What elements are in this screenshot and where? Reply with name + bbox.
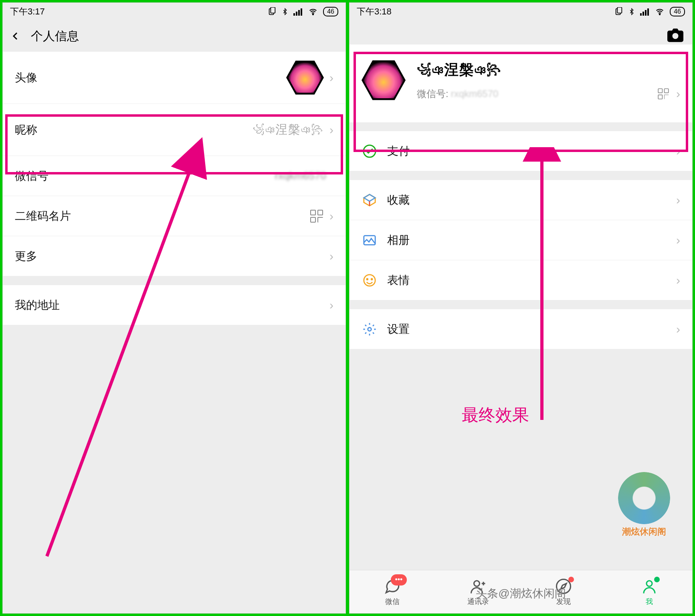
- status-time: 下午3:18: [357, 6, 392, 18]
- row-label: 设置: [387, 322, 410, 337]
- settings-icon: [362, 321, 378, 337]
- row-label: 收藏: [387, 192, 410, 208]
- wechat-id-value: rxqkm6570: [275, 170, 326, 182]
- chevron-right-icon: ›: [676, 193, 680, 207]
- watermark-logo: 潮炫休闲阁: [608, 469, 680, 541]
- credit-text: 头条@潮炫休闲阁: [476, 586, 566, 601]
- svg-rect-2: [293, 13, 295, 16]
- battery-indicator: 46: [670, 7, 685, 16]
- row-qrcode[interactable]: 二维码名片 ›: [3, 196, 345, 236]
- status-bar: 下午3:18 46: [350, 3, 692, 20]
- row-album[interactable]: 相册 ›: [350, 220, 692, 260]
- row-address[interactable]: 我的地址 ›: [3, 285, 345, 325]
- chevron-right-icon: ›: [676, 87, 680, 101]
- svg-point-19: [367, 278, 368, 280]
- unread-badge: •••: [391, 574, 407, 586]
- tab-label: 我: [646, 597, 653, 606]
- svg-point-20: [371, 278, 372, 280]
- row-more[interactable]: 更多 ›: [3, 236, 345, 276]
- row-wechat-id[interactable]: 微信号 rxqkm6570: [3, 156, 345, 196]
- avatar: [362, 58, 406, 102]
- favorites-icon: [362, 192, 378, 208]
- svg-point-22: [474, 581, 479, 586]
- nav-bar: 个人信息: [3, 20, 345, 52]
- row-label: 表情: [387, 273, 410, 288]
- wechat-id-label: 微信号:: [417, 87, 449, 100]
- row-favorites[interactable]: 收藏 ›: [350, 180, 692, 220]
- qr-icon: [310, 210, 323, 223]
- row-label: 更多: [15, 249, 37, 264]
- wifi-icon: [655, 8, 665, 16]
- svg-rect-5: [301, 8, 302, 16]
- profile-nickname: ꧁ঞ涅槃ঞ꧂: [417, 60, 680, 80]
- tab-label: 微信: [385, 597, 400, 606]
- chevron-right-icon: ›: [329, 249, 333, 263]
- chevron-right-icon: ›: [329, 123, 333, 137]
- wechat-id-value: rxqkm6570: [451, 88, 499, 99]
- row-label: 昵称: [15, 122, 37, 138]
- dual-sim-icon: [614, 7, 623, 16]
- svg-point-21: [368, 327, 372, 331]
- tab-me[interactable]: 我: [606, 570, 692, 613]
- signal-icon: [640, 8, 650, 16]
- back-icon[interactable]: [11, 31, 20, 41]
- notification-dot: [568, 577, 574, 582]
- svg-point-14: [659, 14, 661, 14]
- signal-icon: [293, 8, 303, 16]
- left-phone-screenshot: 下午3:17 46 个人信息 头像 › 昵称 ꧁ঞ涅槃ঞ꧂ › 微信号 rx: [2, 2, 346, 614]
- row-label: 支付: [387, 144, 410, 159]
- chat-icon: •••: [384, 578, 401, 595]
- notification-dot: [654, 577, 660, 582]
- right-phone-screenshot: 下午3:18 46 ꧁ঞ涅槃ঞ꧂ 微信号: rxqkm6570 › 支: [349, 2, 693, 614]
- svg-rect-11: [642, 12, 644, 16]
- row-avatar[interactable]: 头像 ›: [3, 52, 345, 104]
- row-pay[interactable]: 支付 ›: [350, 131, 692, 171]
- chevron-right-icon: ›: [329, 298, 333, 312]
- battery-indicator: 46: [323, 7, 338, 16]
- page-title: 个人信息: [31, 28, 79, 45]
- row-label: 相册: [387, 233, 410, 248]
- bluetooth-icon: [281, 7, 289, 16]
- svg-rect-13: [647, 8, 649, 16]
- row-label: 微信号: [15, 168, 48, 184]
- svg-point-15: [673, 33, 679, 39]
- chevron-right-icon: ›: [329, 71, 333, 85]
- chevron-right-icon: ›: [329, 209, 333, 223]
- svg-rect-4: [298, 10, 300, 16]
- tab-chats[interactable]: ••• 微信: [350, 570, 435, 613]
- svg-rect-3: [296, 12, 297, 16]
- svg-point-6: [313, 14, 314, 14]
- status-time: 下午3:17: [10, 6, 45, 18]
- nickname-value: ꧁ঞ涅槃ঞ꧂: [253, 122, 324, 138]
- svg-rect-12: [645, 10, 647, 16]
- row-label: 二维码名片: [15, 209, 71, 224]
- svg-rect-1: [271, 7, 275, 13]
- chevron-right-icon: ›: [676, 322, 680, 336]
- bluetooth-icon: [628, 7, 635, 16]
- status-bar: 下午3:17 46: [3, 3, 345, 20]
- row-settings[interactable]: 设置 ›: [350, 309, 692, 349]
- annotation-label: 最终效果: [462, 404, 529, 426]
- chevron-right-icon: ›: [676, 274, 680, 287]
- chevron-right-icon: ›: [676, 144, 680, 158]
- row-stickers[interactable]: 表情 ›: [350, 260, 692, 300]
- svg-rect-10: [640, 13, 642, 16]
- avatar-thumbnail: [286, 59, 324, 97]
- profile-card[interactable]: ꧁ঞ涅槃ঞ꧂ 微信号: rxqkm6570 ›: [350, 45, 692, 122]
- camera-icon[interactable]: [667, 28, 683, 42]
- row-nickname[interactable]: 昵称 ꧁ঞ涅槃ঞ꧂ ›: [3, 104, 345, 156]
- svg-point-18: [364, 274, 375, 286]
- svg-rect-9: [618, 7, 622, 13]
- row-label: 头像: [15, 70, 37, 85]
- stickers-icon: [362, 272, 378, 288]
- me-icon: [640, 578, 658, 595]
- album-icon: [362, 232, 378, 248]
- wifi-icon: [308, 8, 318, 16]
- watermark-text: 潮炫休闲阁: [622, 526, 666, 538]
- chevron-right-icon: ›: [676, 233, 680, 247]
- qr-icon: [658, 88, 669, 99]
- row-label: 我的地址: [15, 298, 60, 313]
- dual-sim-icon: [268, 7, 277, 16]
- pay-icon: [362, 143, 378, 159]
- svg-point-24: [647, 581, 652, 586]
